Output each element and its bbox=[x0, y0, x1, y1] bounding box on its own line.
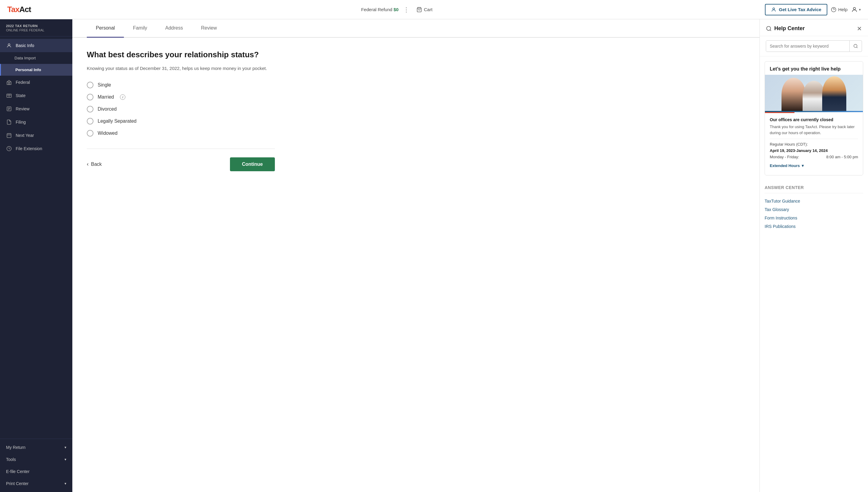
sidebar-item-label: Review bbox=[16, 106, 29, 111]
sidebar-nav: Basic Info Data Import Personal Info Fed… bbox=[0, 36, 72, 439]
search-button[interactable] bbox=[849, 41, 862, 52]
back-button[interactable]: ‹ Back bbox=[87, 161, 102, 167]
link-tax-glossary[interactable]: Tax Glossary bbox=[765, 205, 863, 214]
sidebar-item-review[interactable]: Review bbox=[0, 102, 72, 116]
svg-point-20 bbox=[767, 26, 771, 30]
sidebar-item-next-year[interactable]: Next Year bbox=[0, 129, 72, 142]
option-legally-separated-label: Legally Separated bbox=[98, 119, 136, 124]
form-question: What best describes your relationship st… bbox=[87, 50, 275, 60]
sidebar-item-federal[interactable]: Federal bbox=[0, 76, 72, 89]
tab-personal[interactable]: Personal bbox=[87, 19, 124, 38]
answer-center-title: Answer Center bbox=[765, 185, 863, 190]
option-divorced[interactable]: Divorced bbox=[87, 106, 275, 113]
sidebar-efile-center[interactable]: E-file Center bbox=[0, 465, 72, 477]
person-icon bbox=[6, 43, 12, 49]
help-search bbox=[760, 36, 868, 56]
extended-hours-button[interactable]: Extended Hours ▾ bbox=[770, 162, 804, 172]
hours-row: Monday - Friday: 8:00 am - 5:00 pm bbox=[770, 155, 858, 159]
radio-legally-separated[interactable] bbox=[87, 118, 94, 124]
logo: TaxAct bbox=[7, 5, 31, 14]
search-input[interactable] bbox=[766, 41, 849, 52]
more-options-button[interactable]: ⋮ bbox=[401, 5, 412, 15]
review-icon bbox=[6, 106, 12, 112]
tabs-bar: Personal Family Address Review bbox=[72, 19, 760, 38]
sidebar-item-label: Data Import bbox=[15, 56, 36, 60]
search-icon bbox=[853, 44, 858, 49]
hours-day: Monday - Friday: bbox=[770, 155, 799, 159]
chevron-down-icon: ▾ bbox=[802, 164, 804, 168]
form-divider bbox=[87, 149, 275, 149]
svg-point-5 bbox=[8, 44, 10, 46]
main-layout: 2022 TAX RETURN ONLINE FREE FEDERAL Basi… bbox=[0, 19, 868, 492]
main-content: Personal Family Address Review What best… bbox=[72, 19, 760, 492]
help-center-icon bbox=[766, 26, 772, 32]
content-area: Personal Family Address Review What best… bbox=[72, 19, 868, 492]
cart-button[interactable]: Cart bbox=[414, 6, 435, 14]
tab-address[interactable]: Address bbox=[156, 19, 192, 38]
tab-review[interactable]: Review bbox=[192, 19, 226, 38]
hours-time: 8:00 am - 5:00 pm bbox=[826, 155, 858, 159]
option-widowed-label: Widowed bbox=[98, 130, 118, 136]
live-help-text-area: Let’s get you the right live help bbox=[765, 62, 863, 72]
building-icon bbox=[6, 79, 12, 85]
radio-widowed[interactable] bbox=[87, 130, 94, 137]
chevron-down-icon: ▾ bbox=[65, 445, 66, 449]
sidebar-year-title: 2022 TAX RETURN bbox=[6, 24, 66, 28]
logo-area: TaxAct bbox=[7, 5, 31, 14]
svg-rect-7 bbox=[8, 83, 10, 85]
sidebar-item-file-extension[interactable]: File Extension bbox=[0, 142, 72, 155]
help-title: Help Center bbox=[766, 25, 805, 32]
state-icon bbox=[6, 93, 12, 99]
tools-label: Tools bbox=[6, 457, 16, 462]
sidebar-item-label: Personal Info bbox=[16, 68, 41, 72]
sidebar-item-personal-info[interactable]: Personal Info bbox=[0, 64, 72, 76]
svg-line-23 bbox=[857, 47, 858, 48]
advisor-2 bbox=[802, 81, 825, 111]
close-help-button[interactable]: ✕ bbox=[857, 26, 862, 32]
chevron-down-icon: ▾ bbox=[65, 457, 66, 462]
cart-icon bbox=[416, 7, 422, 13]
sidebar-item-label: State bbox=[16, 93, 26, 98]
sidebar-item-data-import[interactable]: Data Import bbox=[0, 52, 72, 64]
live-tax-button[interactable]: Get Live Tax Advice bbox=[765, 4, 827, 16]
help-button[interactable]: Help bbox=[831, 7, 847, 13]
link-taxtutor[interactable]: TaxTutor Guidance bbox=[765, 197, 863, 205]
top-header: TaxAct Federal Refund $0 ⋮ Cart Get Live… bbox=[0, 0, 868, 19]
sidebar-item-basic-info[interactable]: Basic Info bbox=[0, 39, 72, 52]
form-description: Knowing your status as of December 31, 2… bbox=[87, 65, 275, 72]
radio-single[interactable] bbox=[87, 82, 94, 88]
advisors-group bbox=[765, 76, 863, 111]
federal-refund-label: Federal Refund $0 bbox=[361, 7, 399, 12]
efile-center-label: E-file Center bbox=[6, 469, 29, 474]
radio-divorced[interactable] bbox=[87, 106, 94, 113]
user-menu-button[interactable]: ▾ bbox=[851, 6, 861, 13]
hours-divider bbox=[770, 139, 858, 139]
advisor-3 bbox=[822, 76, 846, 111]
option-married-label: Married bbox=[98, 94, 114, 100]
option-legally-separated[interactable]: Legally Separated bbox=[87, 118, 275, 124]
option-widowed[interactable]: Widowed bbox=[87, 130, 275, 137]
live-help-title: Let’s get you the right live help bbox=[770, 66, 858, 72]
radio-married[interactable] bbox=[87, 94, 94, 100]
sidebar-print-center[interactable]: Print Center ▾ bbox=[0, 477, 72, 490]
sidebar-my-return[interactable]: My Return ▾ bbox=[0, 441, 72, 453]
continue-button[interactable]: Continue bbox=[230, 157, 275, 171]
svg-point-4 bbox=[853, 7, 856, 9]
sidebar-item-state[interactable]: State bbox=[0, 89, 72, 102]
option-married[interactable]: Married i bbox=[87, 94, 275, 100]
married-info-icon[interactable]: i bbox=[120, 94, 125, 100]
offices-closed-section: Our offices are currently closed Thank y… bbox=[765, 113, 863, 175]
form-content: What best describes your relationship st… bbox=[72, 38, 289, 195]
advisor-1 bbox=[782, 78, 806, 111]
sidebar-year-info: 2022 TAX RETURN ONLINE FREE FEDERAL bbox=[0, 19, 72, 36]
calendar-icon bbox=[6, 132, 12, 139]
sidebar-tools[interactable]: Tools ▾ bbox=[0, 453, 72, 465]
offices-closed-desc: Thank you for using TaxAct. Please try b… bbox=[770, 124, 858, 136]
link-form-instructions[interactable]: Form Instructions bbox=[765, 214, 863, 222]
offices-closed-title: Our offices are currently closed bbox=[770, 117, 858, 122]
sidebar-year-sub: ONLINE FREE FEDERAL bbox=[6, 28, 66, 32]
sidebar-item-filing[interactable]: Filing bbox=[0, 116, 72, 129]
link-irs-publications[interactable]: IRS Publications bbox=[765, 222, 863, 230]
option-single[interactable]: Single bbox=[87, 82, 275, 88]
tab-family[interactable]: Family bbox=[124, 19, 156, 38]
